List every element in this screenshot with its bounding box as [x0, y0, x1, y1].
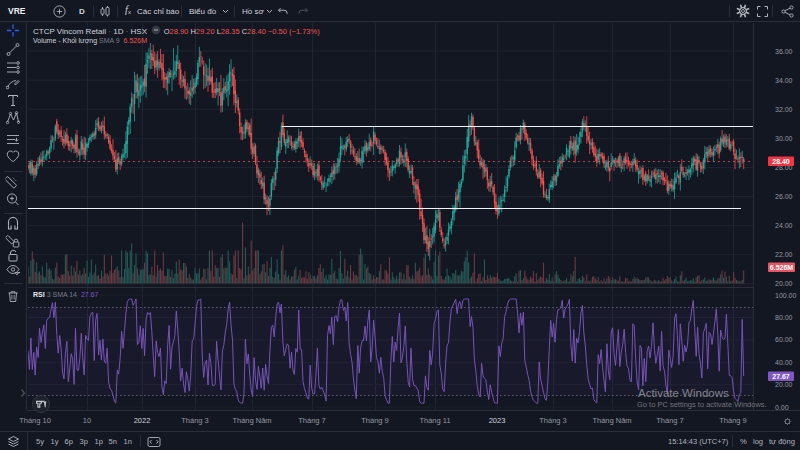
svg-text:40.00: 40.00	[775, 359, 793, 366]
svg-text:60.00: 60.00	[775, 336, 793, 343]
svg-text:2023: 2023	[489, 416, 506, 425]
svg-text:24.00: 24.00	[775, 222, 793, 229]
svg-text:36.00: 36.00	[775, 48, 793, 55]
svg-text:20.00: 20.00	[775, 381, 793, 388]
svg-text:Tháng 3: Tháng 3	[539, 416, 567, 425]
svg-text:Tháng Năm: Tháng Năm	[592, 416, 631, 425]
svg-text:Tháng 10: Tháng 10	[19, 416, 51, 425]
svg-text:22.00: 22.00	[775, 251, 793, 258]
svg-text:6.526M: 6.526M	[770, 264, 794, 271]
svg-text:100.00: 100.00	[775, 292, 797, 299]
svg-text:30.00: 30.00	[775, 135, 793, 142]
svg-text:2022: 2022	[134, 416, 151, 425]
svg-text:10: 10	[83, 416, 91, 425]
svg-text:27.67: 27.67	[772, 373, 790, 380]
svg-text:Tháng 7: Tháng 7	[656, 416, 684, 425]
svg-text:28.40: 28.40	[772, 158, 790, 165]
svg-text:0.00: 0.00	[775, 404, 789, 411]
svg-text:32.00: 32.00	[775, 106, 793, 113]
svg-text:26.00: 26.00	[775, 193, 793, 200]
svg-text:20.00: 20.00	[775, 280, 793, 287]
svg-text:Tháng 9: Tháng 9	[361, 416, 389, 425]
svg-text:Tháng 3: Tháng 3	[181, 416, 209, 425]
svg-text:Tháng 7: Tháng 7	[298, 416, 326, 425]
svg-text:Tháng 9: Tháng 9	[719, 416, 747, 425]
svg-text:Tháng Năm: Tháng Năm	[232, 416, 271, 425]
svg-text:Tháng 11: Tháng 11	[419, 416, 450, 425]
svg-text:80.00: 80.00	[775, 314, 793, 321]
svg-text:34.00: 34.00	[775, 77, 793, 84]
